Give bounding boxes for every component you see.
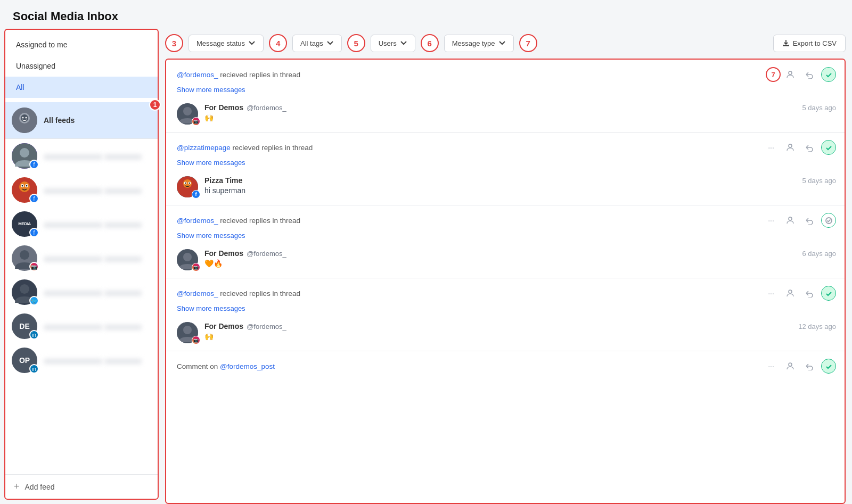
check-icon (825, 71, 832, 78)
more-options-button[interactable]: ··· (764, 140, 779, 155)
feed-item[interactable]: DE in (5, 309, 158, 343)
svg-point-26 (189, 183, 190, 184)
all-feeds-avatar (12, 108, 37, 133)
thread-actions: ··· (764, 286, 836, 301)
users-dropdown[interactable]: Users (371, 35, 415, 52)
feed-item[interactable]: f (5, 173, 158, 207)
export-csv-button[interactable]: Export to CSV (773, 35, 846, 52)
reply-icon (805, 70, 814, 79)
message-type-label: Message type (452, 39, 495, 47)
thread-action: Comment on (177, 362, 220, 370)
check-icon (825, 144, 832, 151)
reply-button[interactable] (802, 67, 817, 82)
reply-button[interactable] (802, 213, 817, 228)
show-more-link[interactable]: Show more messages (177, 304, 245, 312)
chevron-down-icon (498, 39, 506, 47)
svg-point-19 (183, 107, 192, 115)
more-options-button[interactable]: ··· (764, 286, 779, 301)
svg-point-17 (789, 71, 792, 75)
message-status-dropdown[interactable]: Message status (189, 35, 264, 52)
step2-badge: 7 (766, 67, 781, 82)
resolve-button[interactable] (821, 213, 836, 228)
show-more-link[interactable]: Show more messages (177, 159, 245, 167)
resolve-button[interactable] (821, 359, 836, 374)
svg-point-16 (20, 284, 29, 294)
step3-badge: 3 (165, 34, 183, 52)
assign-button[interactable] (783, 67, 798, 82)
svg-point-4 (26, 117, 27, 119)
chevron-down-icon (248, 39, 256, 47)
resolve-button[interactable] (821, 140, 836, 155)
thread-header: @pizzatimepage recieved replies in threa… (177, 140, 836, 155)
message-row: 📷 For Demos @fordemos_ 12 days ago 🙌 (177, 322, 836, 343)
message-type-dropdown[interactable]: Message type (444, 35, 514, 52)
ig-social-badge: 📷 (192, 263, 200, 271)
users-label: Users (379, 39, 397, 47)
message-content: For Demos @fordemos_ 5 days ago 🙌 (204, 103, 836, 122)
thread-header: @fordemos_ recieved replies in thread 7 … (177, 67, 836, 82)
sidebar-item-assigned-to-me[interactable]: Assigned to me (5, 34, 158, 55)
feed-item[interactable]: f (5, 139, 158, 173)
sidebar: Assigned to me Unassigned All (4, 29, 159, 500)
feed-item[interactable]: OP in (5, 343, 158, 377)
step5-badge: 5 (347, 34, 365, 52)
feed-item[interactable]: MEDIA f (5, 207, 158, 241)
message-name: Pizza Time (204, 176, 242, 185)
user-icon (786, 289, 794, 298)
thread-handle: @fordemos_ (177, 217, 218, 225)
message-avatar: 📷 (177, 249, 198, 270)
message-handle: @fordemos_ (247, 104, 286, 112)
feed-item[interactable]: 🐦 (5, 275, 158, 309)
li-badge: in (29, 330, 39, 340)
resolve-button[interactable] (821, 67, 836, 82)
more-options-button[interactable]: ··· (764, 359, 779, 374)
chevron-down-icon (326, 39, 334, 47)
show-more-link[interactable]: Show more messages (177, 86, 245, 94)
svg-point-6 (20, 148, 29, 158)
message-row: 📷 For Demos @fordemos_ 5 days ago 🙌 (177, 103, 836, 125)
export-icon (782, 39, 790, 47)
all-feeds-item[interactable]: All feeds 1 (5, 102, 158, 139)
svg-point-3 (22, 117, 24, 119)
assign-button[interactable] (783, 140, 798, 155)
thread-handle: @pizzatimepage (177, 144, 231, 152)
tw-badge: 🐦 (29, 296, 39, 305)
thread-actions: 7 ··· (764, 67, 836, 82)
reply-button[interactable] (802, 140, 817, 155)
message-name: For Demos (204, 322, 243, 331)
resolve-button[interactable] (821, 286, 836, 301)
message-name: For Demos (204, 249, 243, 258)
thread-action: recieved replies in thread (220, 290, 300, 298)
assign-button[interactable] (783, 286, 798, 301)
feed-item[interactable]: 📷 (5, 241, 158, 275)
check-icon (825, 290, 832, 297)
step7-badge: 7 (519, 34, 537, 52)
all-tags-dropdown[interactable]: All tags (292, 35, 342, 52)
plus-icon: + (14, 481, 20, 492)
assign-button[interactable] (783, 359, 798, 374)
message-meta: For Demos @fordemos_ 6 days ago (204, 249, 836, 258)
more-options-button[interactable]: ··· (764, 213, 779, 228)
message-time: 6 days ago (802, 250, 836, 258)
fb-badge: f (29, 228, 39, 237)
show-more-link[interactable]: Show more messages (177, 232, 245, 239)
message-avatar: 📷 (177, 322, 198, 343)
add-feed-button[interactable]: + Add feed (5, 474, 158, 499)
svg-point-12 (26, 185, 28, 187)
reply-button[interactable] (802, 359, 817, 374)
assign-button[interactable] (783, 213, 798, 228)
thread-item: @fordemos_ recieved replies in thread ··… (166, 278, 845, 351)
sidebar-item-unassigned[interactable]: Unassigned (5, 55, 158, 77)
thread-item: Comment on @fordemos_post ··· (166, 351, 845, 381)
reply-button[interactable] (802, 286, 817, 301)
message-body: 🙌 (204, 332, 836, 341)
sidebar-item-all[interactable]: All (5, 77, 158, 98)
page-title: Social Media Inbox (0, 0, 852, 29)
svg-point-14 (20, 250, 29, 260)
user-icon (786, 216, 794, 225)
message-content: For Demos @fordemos_ 6 days ago 🧡🔥 (204, 249, 836, 268)
thread-action: recieved replies in thread (233, 144, 313, 152)
message-meta: For Demos @fordemos_ 5 days ago (204, 103, 836, 112)
thread-title: @pizzatimepage recieved replies in threa… (177, 144, 764, 152)
svg-point-20 (789, 144, 792, 147)
